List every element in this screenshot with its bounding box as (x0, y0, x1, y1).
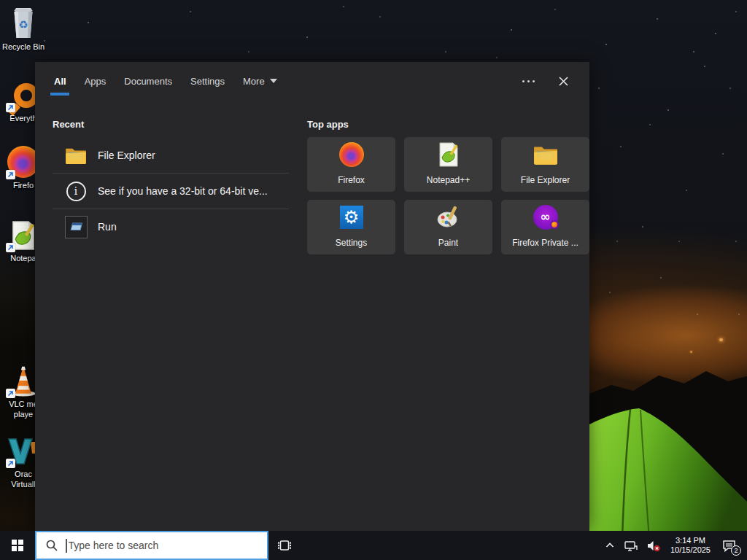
top-app-tile-notepad-plus-plus[interactable]: Notepad++ (404, 137, 492, 192)
tab-all[interactable]: All (54, 62, 66, 100)
top-app-tile-firefox[interactable]: Firefox (307, 137, 395, 192)
chevron-down-icon (270, 79, 277, 83)
wallpaper-tent-scene (589, 0, 747, 560)
top-app-tile-paint[interactable]: Paint (404, 200, 492, 254)
taskbar-search-box[interactable] (35, 531, 268, 560)
recent-item-label: See if you have a 32-bit or 64-bit ve... (98, 185, 268, 197)
recent-item-label: File Explorer (98, 149, 155, 161)
tab-apps[interactable]: Apps (85, 62, 107, 100)
notification-badge: 2 (731, 545, 741, 556)
shortcut-arrow-icon (6, 389, 15, 398)
shortcut-arrow-icon (6, 459, 15, 468)
tile-label: Paint (438, 238, 458, 248)
top-apps-section: Top apps Firefox Notepad++ (307, 107, 589, 254)
show-hidden-icons-button[interactable] (600, 531, 619, 560)
info-icon: i (66, 182, 86, 201)
recycle-bin-icon: ♻ (9, 6, 38, 39)
text-cursor (66, 539, 67, 553)
chevron-up-icon (605, 541, 615, 550)
recent-section: Recent File Explorer i See i (53, 107, 289, 254)
close-button[interactable] (555, 73, 572, 90)
tile-label: Firefox Private ... (512, 238, 578, 248)
recent-item-run[interactable]: Run (53, 209, 289, 244)
shortcut-arrow-icon (6, 243, 15, 252)
tile-label: File Explorer (521, 175, 570, 185)
stars (0, 0, 1, 1)
svg-text:♻: ♻ (18, 18, 28, 31)
desktop-icon-recycle-bin[interactable]: ♻ Recycle Bin (0, 6, 47, 52)
windows-logo-icon (12, 540, 23, 551)
search-input[interactable] (69, 532, 268, 559)
tile-label: Notepad++ (427, 175, 470, 185)
more-options-button[interactable] (518, 76, 539, 87)
start-button[interactable] (0, 531, 35, 560)
top-app-tile-settings[interactable]: ⚙ Settings (307, 200, 395, 254)
recent-item-file-explorer[interactable]: File Explorer (53, 137, 289, 173)
top-apps-header: Top apps (307, 119, 589, 130)
taskbar: 3:14 PM 10/15/2025 2 (0, 531, 747, 560)
shortcut-arrow-icon (6, 103, 15, 112)
run-window-icon (65, 216, 88, 238)
tray-date: 10/15/2025 (670, 545, 711, 555)
notepad-plus-plus-icon (436, 142, 461, 167)
tile-label: Firefox (338, 175, 365, 185)
folder-icon (64, 147, 88, 164)
top-app-tile-file-explorer[interactable]: File Explorer (501, 137, 589, 192)
search-filter-tabs: All Apps Documents Settings More (35, 62, 589, 100)
volume-muted-icon (646, 540, 661, 552)
search-icon (45, 539, 58, 552)
folder-icon (533, 142, 558, 167)
clock[interactable]: 3:14 PM 10/15/2025 (665, 536, 716, 555)
tile-label: Settings (336, 238, 367, 248)
network-tray-button[interactable] (619, 531, 642, 560)
system-tray: 3:14 PM 10/15/2025 2 (600, 531, 747, 560)
volume-tray-button[interactable] (642, 531, 665, 560)
desktop-icon-label: Recycle Bin (0, 42, 47, 52)
tab-documents[interactable]: Documents (124, 62, 172, 100)
firefox-icon (339, 142, 364, 167)
tab-settings[interactable]: Settings (190, 62, 225, 100)
recent-header: Recent (53, 119, 289, 130)
settings-gear-icon: ⚙ (339, 205, 364, 230)
action-center-button[interactable]: 2 (716, 531, 744, 560)
close-icon (558, 76, 569, 87)
shortcut-arrow-icon (6, 170, 15, 179)
tray-time: 3:14 PM (670, 536, 711, 545)
task-view-button[interactable] (268, 531, 301, 560)
recent-item-label: Run (98, 221, 117, 233)
network-icon (624, 540, 638, 552)
firefox-private-icon: ∞ (533, 205, 558, 230)
tab-more[interactable]: More (243, 62, 277, 100)
top-app-tile-firefox-private[interactable]: ∞ Firefox Private ... (501, 200, 589, 254)
task-view-icon (277, 538, 292, 553)
recent-item-search-suggestion[interactable]: i See if you have a 32-bit or 64-bit ve.… (53, 173, 289, 209)
paint-palette-icon (436, 205, 461, 230)
windows-search-panel: All Apps Documents Settings More Recent (35, 62, 589, 531)
